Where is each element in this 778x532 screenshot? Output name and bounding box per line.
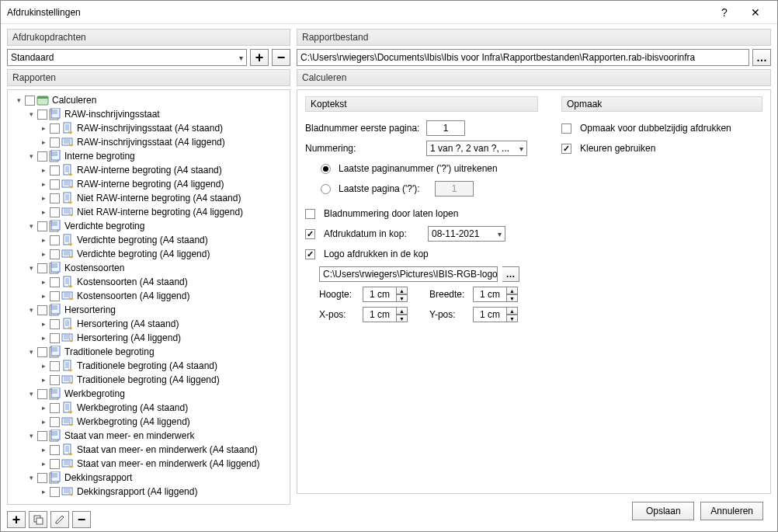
save-button[interactable]: Opslaan	[632, 502, 694, 520]
tree-checkbox[interactable]	[50, 123, 60, 134]
tree-checkbox[interactable]	[37, 305, 47, 315]
browse-file-button[interactable]: …	[752, 49, 771, 66]
tree-edit-button[interactable]	[50, 511, 69, 528]
chevron-right-icon[interactable]	[37, 178, 50, 190]
tree-report[interactable]: Staat van meer- en minderwerk (A4 staand…	[9, 443, 290, 457]
tree-checkbox[interactable]	[37, 473, 47, 483]
reports-tree[interactable]: CalculerenRAW-inschrijvingsstaatRAW-insc…	[7, 89, 290, 505]
add-order-button[interactable]: +	[250, 49, 269, 66]
chevron-right-icon[interactable]	[37, 332, 50, 344]
tree-checkbox[interactable]	[37, 431, 47, 441]
chevron-down-icon[interactable]	[25, 429, 37, 442]
tree-remove-button[interactable]: −	[72, 511, 91, 528]
chevron-right-icon[interactable]	[37, 318, 50, 330]
tree-group[interactable]: Dekkingsrapport	[9, 471, 290, 485]
tree-report[interactable]: RAW-interne begroting (A4 liggend)	[9, 177, 290, 191]
spin-down-icon[interactable]: ▼	[397, 294, 408, 302]
tree-checkbox[interactable]	[50, 235, 60, 245]
chevron-down-icon[interactable]	[25, 150, 37, 162]
tree-report[interactable]: Niet RAW-interne begroting (A4 liggend)	[9, 205, 290, 219]
spin-down-icon[interactable]: ▼	[507, 294, 518, 302]
tree-checkbox[interactable]	[37, 347, 47, 357]
tree-report[interactable]: Werkbegroting (A4 liggend)	[9, 415, 290, 429]
chevron-down-icon[interactable]	[25, 262, 37, 274]
spin-down-icon[interactable]: ▼	[397, 315, 408, 322]
cancel-button[interactable]: Annuleren	[700, 502, 763, 520]
tree-checkbox[interactable]	[50, 277, 60, 287]
hoogte-value[interactable]: 1 cm	[363, 287, 397, 302]
tree-checkbox[interactable]	[50, 487, 60, 497]
tree-checkbox[interactable]	[37, 151, 47, 162]
chevron-right-icon[interactable]	[37, 457, 50, 470]
chk-logo[interactable]	[305, 249, 315, 259]
chevron-down-icon[interactable]	[12, 94, 25, 106]
ypos-value[interactable]: 1 cm	[473, 307, 507, 322]
ypos-spinner[interactable]: 1 cm ▲▼	[473, 307, 518, 322]
chevron-down-icon[interactable]	[25, 346, 37, 358]
tree-checkbox[interactable]	[50, 417, 60, 427]
remove-order-button[interactable]: −	[272, 49, 290, 66]
chk-afdrukdatum[interactable]	[305, 229, 315, 239]
tree-report[interactable]: Werkbegroting (A4 staand)	[9, 401, 290, 415]
tree-checkbox[interactable]	[50, 179, 60, 190]
tree-group[interactable]: Verdichte begroting	[9, 219, 290, 233]
tree-report[interactable]: RAW-interne begroting (A4 staand)	[9, 163, 290, 177]
tree-checkbox[interactable]	[37, 389, 47, 399]
tree-checkbox[interactable]	[37, 263, 47, 273]
tree-checkbox[interactable]	[50, 249, 60, 259]
tree-report[interactable]: Staat van meer- en minderwerk (A4 liggen…	[9, 457, 290, 471]
chevron-right-icon[interactable]	[37, 192, 50, 204]
browse-logo-button[interactable]: …	[502, 266, 519, 282]
close-button[interactable]: ✕	[740, 1, 771, 24]
tree-root[interactable]: Calculeren	[9, 93, 290, 107]
tree-checkbox[interactable]	[50, 403, 60, 413]
tree-report[interactable]: Traditionele begroting (A4 liggend)	[9, 373, 290, 387]
tree-checkbox[interactable]	[25, 96, 35, 106]
chevron-down-icon[interactable]	[25, 304, 37, 316]
help-button[interactable]: ?	[709, 1, 740, 24]
tree-checkbox[interactable]	[50, 375, 60, 385]
hoogte-spinner[interactable]: 1 cm ▲▼	[363, 287, 408, 302]
tree-checkbox[interactable]	[50, 165, 60, 176]
tree-report[interactable]: Hersortering (A4 liggend)	[9, 331, 290, 345]
tree-report[interactable]: Kostensoorten (A4 staand)	[9, 275, 290, 289]
tree-checkbox[interactable]	[50, 319, 60, 329]
chevron-down-icon[interactable]	[25, 471, 37, 484]
xpos-spinner[interactable]: 1 cm ▲▼	[363, 307, 408, 322]
tree-checkbox[interactable]	[37, 110, 47, 120]
tree-group[interactable]: Interne begroting	[9, 149, 290, 163]
chevron-right-icon[interactable]	[37, 248, 50, 260]
breedte-spinner[interactable]: 1 cm ▲▼	[473, 287, 518, 302]
spin-up-icon[interactable]: ▲	[397, 307, 408, 315]
radio-laatste[interactable]	[321, 184, 331, 194]
chk-doorlopen[interactable]	[305, 209, 315, 219]
tree-report[interactable]: RAW-inschrijvingsstaat (A4 liggend)	[9, 135, 290, 149]
chevron-right-icon[interactable]	[37, 234, 50, 246]
tree-group[interactable]: Kostensoorten	[9, 261, 290, 275]
chevron-right-icon[interactable]	[37, 136, 50, 148]
tree-group[interactable]: Werkbegroting	[9, 387, 290, 401]
chk-dubbelzijdig[interactable]	[561, 123, 571, 134]
chevron-down-icon[interactable]	[25, 388, 37, 400]
orders-select[interactable]: Standaard	[7, 49, 247, 66]
tree-checkbox[interactable]	[50, 333, 60, 343]
chevron-right-icon[interactable]	[37, 164, 50, 176]
tree-report[interactable]: Hersortering (A4 staand)	[9, 317, 290, 331]
spin-up-icon[interactable]: ▲	[507, 287, 518, 294]
tree-checkbox[interactable]	[37, 221, 47, 231]
chevron-right-icon[interactable]	[37, 290, 50, 302]
tree-report[interactable]: Verdichte begroting (A4 staand)	[9, 233, 290, 247]
tree-report[interactable]: Verdichte begroting (A4 liggend)	[9, 247, 290, 261]
chevron-right-icon[interactable]	[37, 416, 50, 428]
tree-add-button[interactable]: +	[7, 511, 26, 528]
tree-group[interactable]: Hersortering	[9, 303, 290, 317]
chevron-right-icon[interactable]	[37, 443, 50, 456]
spin-up-icon[interactable]: ▲	[397, 287, 408, 294]
chevron-right-icon[interactable]	[37, 485, 50, 498]
file-path-field[interactable]: C:\Users\rwiegers\Documents\Ibis\Ibis vo…	[297, 49, 749, 66]
chevron-right-icon[interactable]	[37, 374, 50, 386]
chevron-down-icon[interactable]	[25, 108, 37, 120]
tree-checkbox[interactable]	[50, 291, 60, 301]
afdrukdatum-field[interactable]: 08-11-2021	[428, 226, 505, 242]
tree-group[interactable]: Staat van meer- en minderwerk	[9, 429, 290, 443]
